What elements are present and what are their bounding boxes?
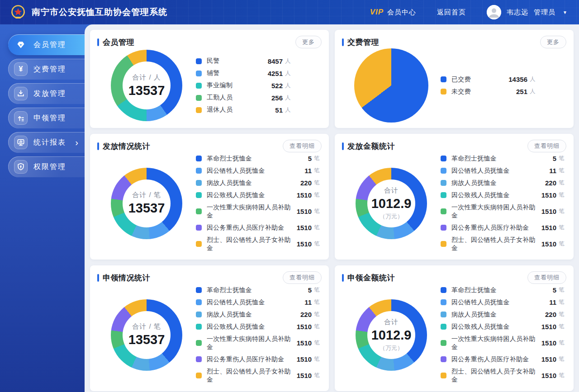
- more-button[interactable]: 更多: [540, 36, 566, 48]
- legend-swatch: [441, 180, 446, 186]
- sidebar-item-label: 会员管理: [33, 40, 66, 50]
- legend-item: 一次性重大疾病特困人员补助金1510笔: [441, 201, 566, 222]
- legend-label: 因公牺牲人员抚恤金: [207, 298, 265, 307]
- title-accent-bar: [342, 142, 344, 150]
- legend-unit: 笔: [314, 167, 322, 175]
- member-center-link[interactable]: VIP 会员中心: [370, 8, 416, 17]
- grant-icon: [14, 87, 28, 100]
- donut-center-value: 13537: [128, 83, 165, 98]
- vip-label: VIP: [370, 8, 384, 17]
- app-title: 南宁市公安抚恤互助协会管理系统: [32, 6, 167, 18]
- back-home-link[interactable]: 返回首页: [437, 8, 466, 17]
- legend-unit: 笔: [314, 323, 322, 331]
- sidebar-item-label: 权限管理: [33, 162, 66, 172]
- legend-item: 因公务重伤人员医疗补助金1510笔: [441, 353, 566, 365]
- legend-unit: 人: [285, 70, 293, 77]
- legend-label: 一次性重大疾病特困人员补助金: [207, 335, 297, 351]
- view-details-button[interactable]: 查看明细: [283, 140, 322, 152]
- view-details-button[interactable]: 查看明细: [527, 271, 566, 284]
- legend-value: 11: [549, 298, 556, 306]
- legend-value: 11: [304, 167, 312, 175]
- legend-unit: 笔: [559, 191, 566, 199]
- legend-swatch: [441, 89, 446, 94]
- legend-swatch: [196, 340, 202, 346]
- legend-item: 辅警4251人: [196, 67, 293, 80]
- legend-label: 革命烈士抚恤金: [207, 155, 252, 163]
- legend-value: 1510: [297, 191, 312, 199]
- legend-swatch: [196, 156, 202, 161]
- legend-unit: 笔: [559, 155, 566, 162]
- legend-label: 事业编制: [207, 81, 233, 90]
- member-management-card: 会员管理 更多 合计 / 人 13537 民警8457人辅警4251人事业编制5…: [90, 30, 329, 128]
- legend-value: 5: [553, 286, 556, 294]
- sidebar-item-payments[interactable]: ¥交费管理: [8, 59, 85, 80]
- legend-item: 革命烈士抚恤金5笔: [196, 152, 322, 165]
- legend-label: 烈士、因公牺牲人员子女补助金: [451, 236, 541, 252]
- legend-unit: 笔: [314, 355, 322, 363]
- legend-value: 256: [271, 94, 283, 102]
- view-details-button[interactable]: 查看明细: [527, 140, 566, 152]
- dashboard-main: 会员管理 更多 合计 / 人 13537 民警8457人辅警4251人事业编制5…: [85, 24, 579, 392]
- user-role: 管理员: [534, 8, 555, 17]
- legend-value: 5: [308, 286, 312, 294]
- legend-swatch: [196, 356, 202, 362]
- legend-label: 辅警: [207, 69, 220, 77]
- members-donut-chart: 合计 / 人 13537: [111, 50, 182, 121]
- legend-item: 因公致残人员抚恤金1510笔: [441, 189, 566, 201]
- legend-item: 革命烈士抚恤金5笔: [441, 284, 566, 296]
- legend-value: 220: [545, 311, 556, 318]
- chart-legend: 革命烈士抚恤金5笔因公牺牲人员抚恤金11笔病故人员抚恤金220笔因公致残人员抚恤…: [196, 284, 322, 386]
- legend-label: 革命烈士抚恤金: [451, 155, 497, 163]
- legend-label: 革命烈士抚恤金: [451, 286, 497, 294]
- legend-swatch: [441, 324, 446, 330]
- permission-icon: [14, 160, 28, 174]
- legend-label: 一次性重大疾病特困人员补助金: [451, 335, 541, 351]
- legend-swatch: [196, 312, 202, 317]
- legend-item: 因公务重伤人员医疗补助金1510笔: [441, 222, 566, 234]
- legend-swatch: [441, 312, 446, 317]
- application-stats-card: 申领情况统计 查看明细 合计 / 笔 13537 革命烈士抚恤金5笔因公牺牲人员…: [90, 265, 329, 391]
- title-accent-bar: [342, 274, 344, 282]
- legend-swatch: [441, 299, 446, 305]
- legend-unit: 笔: [314, 191, 322, 199]
- view-details-button[interactable]: 查看明细: [283, 271, 322, 284]
- sidebar-item-reports[interactable]: 统计报表›: [8, 132, 85, 153]
- more-button[interactable]: 更多: [295, 36, 322, 48]
- legend-item: 烈士、因公牺牲人员子女补助金1510笔: [441, 234, 566, 254]
- legend-item: 因公致残人员抚恤金1510笔: [196, 321, 322, 333]
- legend-value: 1510: [541, 339, 556, 347]
- legend-value: 4251: [268, 70, 283, 77]
- legend-unit: 人: [530, 88, 537, 95]
- legend-item: 一次性重大疾病特困人员补助金1510笔: [441, 333, 566, 353]
- donut-center-unit: （万元）: [380, 213, 403, 221]
- user-menu[interactable]: 韦志远 管理员 ▼: [487, 5, 567, 19]
- legend-swatch: [196, 373, 202, 378]
- legend-label: 因公牺牲人员抚恤金: [451, 167, 510, 175]
- legend-label: 病故人员抚恤金: [451, 311, 497, 319]
- sidebar-item-applications[interactable]: 申领管理: [8, 108, 85, 128]
- legend-item: 因公务重伤人员医疗补助金1510笔: [196, 353, 322, 365]
- sidebar-item-grants[interactable]: 发放管理: [8, 83, 85, 104]
- legend-value: 522: [271, 82, 283, 90]
- police-badge-logo: [10, 4, 26, 20]
- card-title: 发放情况统计: [103, 141, 150, 151]
- legend-item: 工勤人员256人: [196, 92, 293, 104]
- title-accent-bar: [97, 142, 99, 150]
- legend-swatch: [196, 192, 202, 198]
- legend-value: 1510: [297, 224, 312, 231]
- legend-unit: 笔: [559, 240, 566, 248]
- legend-unit: 笔: [314, 155, 322, 162]
- sidebar-item-members[interactable]: 会员管理: [8, 34, 85, 55]
- legend-label: 因公致残人员抚恤金: [207, 191, 265, 199]
- legend-value: 1510: [297, 355, 312, 363]
- legend-label: 因公致残人员抚恤金: [207, 323, 265, 331]
- legend-unit: 笔: [559, 355, 566, 363]
- legend-label: 因公致残人员抚恤金: [451, 323, 510, 331]
- legend-item: 烈士、因公牺牲人员子女补助金1510笔: [196, 365, 322, 386]
- legend-swatch: [196, 83, 202, 89]
- sidebar-item-permissions[interactable]: 权限管理: [8, 156, 85, 177]
- legend-swatch: [441, 76, 446, 82]
- legend-unit: 笔: [559, 339, 566, 347]
- chart-legend: 民警8457人辅警4251人事业编制522人工勤人员256人退休人员51人: [196, 55, 322, 116]
- legend-item: 退休人员51人: [196, 104, 293, 116]
